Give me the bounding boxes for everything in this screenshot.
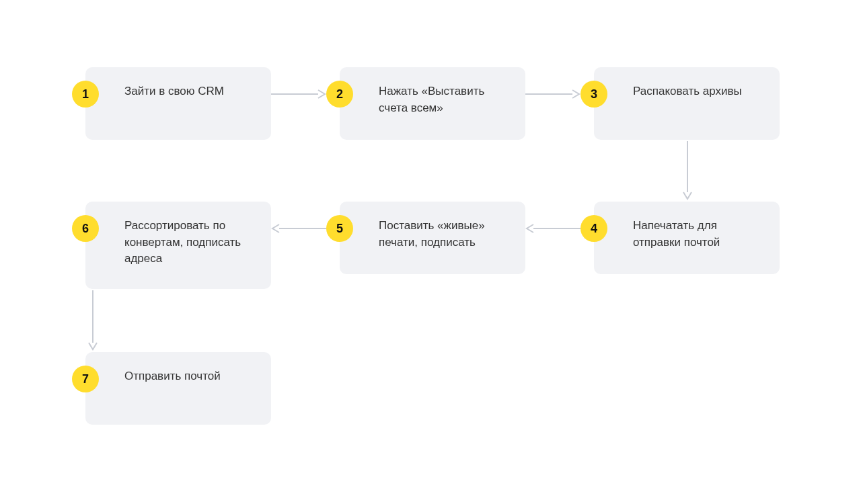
step-card-3: 3 Распаковать архивы — [594, 67, 780, 140]
step-badge: 1 — [72, 81, 99, 108]
step-card-4: 4 Напечатать для отправки почтой — [594, 202, 780, 274]
step-card-6: 6 Рассортировать по конвертам, подписать… — [85, 202, 271, 289]
step-text: Отправить почтой — [124, 368, 252, 385]
step-card-2: 2 Нажать «Выставить счета всем» — [340, 67, 525, 140]
step-badge: 2 — [326, 81, 353, 108]
step-text: Напечатать для отправки почтой — [633, 218, 761, 251]
step-text: Распаковать архивы — [633, 83, 761, 100]
step-card-5: 5 Поставить «живые» печати, подписать — [340, 202, 525, 274]
arrow-2-3 — [525, 87, 581, 101]
step-text: Зайти в свою CRM — [124, 83, 252, 100]
step-text: Рассортировать по конвертам, подписать а… — [124, 218, 252, 267]
step-text: Поставить «живые» печати, подписать — [379, 218, 507, 251]
step-card-7: 7 Отправить почтой — [85, 352, 271, 425]
arrow-6-7 — [86, 290, 100, 351]
step-card-1: 1 Зайти в свою CRM — [85, 67, 271, 140]
flow-diagram: 1 Зайти в свою CRM 2 Нажать «Выставить с… — [0, 0, 861, 504]
step-badge: 6 — [72, 215, 99, 242]
arrow-5-6 — [271, 222, 326, 235]
step-badge: 5 — [326, 215, 353, 242]
arrow-4-5 — [525, 222, 581, 235]
step-badge: 3 — [581, 81, 607, 108]
step-text: Нажать «Выставить счета всем» — [379, 83, 507, 116]
arrow-1-2 — [271, 87, 326, 101]
step-badge: 7 — [72, 366, 99, 392]
step-badge: 4 — [581, 215, 607, 242]
arrow-3-4 — [681, 141, 694, 200]
